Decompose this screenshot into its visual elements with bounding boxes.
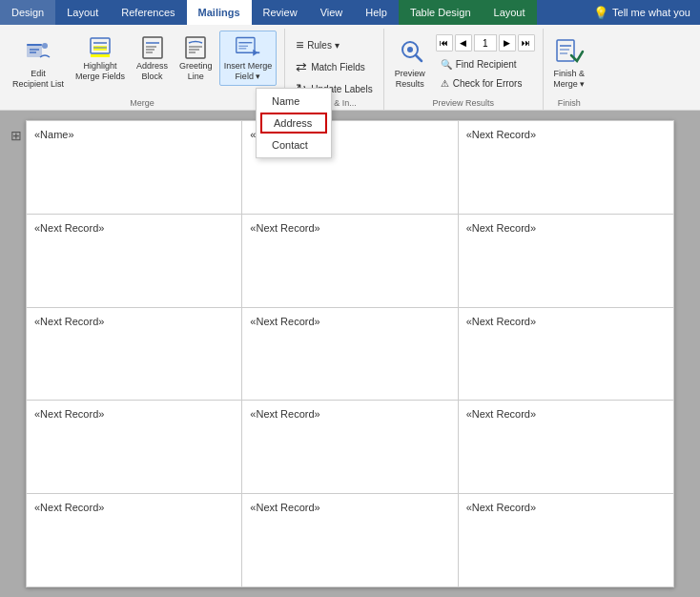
table-cell[interactable]: «Next Record» <box>27 401 242 494</box>
match-fields-label: Match Fields <box>311 62 365 72</box>
insert-merge-icon <box>235 34 261 61</box>
table-cell[interactable]: «Name» <box>27 121 242 215</box>
merge-field: «Next Record» <box>250 408 319 420</box>
table-cell[interactable]: «Next Record» <box>242 307 458 401</box>
document-table: «Name» «Next Record» «Next Record» «Next… <box>26 120 674 587</box>
tab-layout[interactable]: Layout <box>55 0 110 25</box>
dropdown-item-contact[interactable]: Contact <box>257 134 331 155</box>
merge-field: «Name» <box>34 129 74 140</box>
document-page: ⊞ «Name» «Next Record» «Next Record» «Ne… <box>26 120 674 587</box>
merge-field: «Next Record» <box>466 129 536 140</box>
svg-point-26 <box>407 47 413 52</box>
merge-field: «Next Record» <box>250 222 319 234</box>
table-cell[interactable]: «Next Record» <box>242 401 458 494</box>
tab-spacer <box>537 0 585 25</box>
table-row: «Name» «Next Record» «Next Record» <box>27 121 674 215</box>
tab-view[interactable]: View <box>309 0 355 25</box>
edit-recipient-icon <box>21 34 55 69</box>
nav-next-button[interactable]: ▶ <box>499 34 516 51</box>
svg-rect-9 <box>91 54 110 57</box>
dropdown-item-address[interactable]: Address <box>260 113 327 134</box>
merge-field: «Next Record» <box>250 316 319 327</box>
tab-mailings[interactable]: Mailings <box>187 0 252 25</box>
table-cell[interactable]: «Next Record» <box>27 214 242 307</box>
tab-table-design[interactable]: Table Design <box>399 0 483 25</box>
merge-field: «Next Record» <box>34 502 104 513</box>
insert-merge-dropdown: Name Address Contact <box>256 88 332 158</box>
tab-help[interactable]: Help <box>354 0 399 25</box>
highlight-merge-button[interactable]: HighlightMerge Fields <box>71 31 130 86</box>
tab-design[interactable]: Design <box>0 0 55 25</box>
dropdown-item-name[interactable]: Name <box>257 91 331 112</box>
tab-review[interactable]: Review <box>252 0 309 25</box>
document-area: ⊞ «Name» «Next Record» «Next Record» «Ne… <box>0 111 700 597</box>
rules-button[interactable]: ≡ Rules ▾ <box>291 34 378 55</box>
insert-merge-label: Insert MergeField ▾ <box>224 61 273 82</box>
merge-field: «Next Record» <box>466 502 536 513</box>
table-cell[interactable]: «Next Record» <box>458 121 673 215</box>
nav-prev-button[interactable]: ◀ <box>455 34 472 51</box>
check-errors-label: Check for Errors <box>453 78 523 89</box>
finish-merge-label: Finish &Merge ▾ <box>553 69 585 90</box>
preview-results-icon <box>393 34 427 69</box>
merge-field: «Next Record» <box>250 502 319 513</box>
table-cell[interactable]: «Next Record» <box>458 401 673 494</box>
merge-field: «Next Record» <box>34 316 104 327</box>
table-cell[interactable]: «Next Record» <box>458 214 673 307</box>
greeting-line-label: GreetingLine <box>179 61 213 82</box>
table-cell[interactable]: «Next Record» <box>458 494 673 587</box>
merge-field: «Next Record» <box>34 222 104 234</box>
preview-results-label: PreviewResults <box>395 69 425 90</box>
table-cell[interactable]: «Next Record» <box>242 214 458 307</box>
find-recipient-label: Find Recipient <box>456 59 517 70</box>
add-row-icon[interactable]: ⊞ <box>10 128 22 143</box>
svg-rect-0 <box>27 44 42 57</box>
table-row: «Next Record» «Next Record» «Next Record… <box>27 401 674 494</box>
svg-point-4 <box>42 43 48 49</box>
table-cell[interactable]: «Next Record» <box>27 307 242 401</box>
highlight-icon <box>87 34 113 61</box>
ribbon-group-merge: EditRecipient List HighlightMerge Fields <box>0 29 285 110</box>
merge-field: «Next Record» <box>34 408 104 420</box>
preview-results-button[interactable]: PreviewResults <box>388 31 432 93</box>
rules-icon: ≡ <box>296 37 303 52</box>
address-block-button[interactable]: AddressBlock <box>132 31 173 86</box>
table-row: «Next Record» «Next Record» «Next Record… <box>27 494 674 587</box>
finish-merge-icon <box>552 34 587 69</box>
check-errors-button[interactable]: ⚠ Check for Errors <box>436 75 535 92</box>
find-recipient-icon: 🔍 <box>441 59 452 70</box>
address-block-icon <box>139 34 166 61</box>
nav-first-button[interactable]: ⏮ <box>436 34 453 51</box>
tab-tell[interactable]: 💡 Tell me what you <box>584 0 700 25</box>
merge-field: «Next Record» <box>466 316 536 327</box>
ribbon: EditRecipient List HighlightMerge Fields <box>0 25 700 111</box>
finish-merge-button[interactable]: Finish &Merge ▾ <box>547 31 591 93</box>
table-cell[interactable]: «Next Record» <box>458 307 673 401</box>
table-row: «Next Record» «Next Record» «Next Record… <box>27 307 674 401</box>
match-fields-icon: ⇄ <box>296 59 307 74</box>
svg-rect-28 <box>557 40 574 61</box>
merge-group-label: Merge <box>0 98 284 108</box>
find-recipient-button[interactable]: 🔍 Find Recipient <box>436 56 535 72</box>
merge-field: «Next Record» <box>466 222 536 234</box>
svg-rect-10 <box>143 37 162 58</box>
check-errors-icon: ⚠ <box>441 78 449 89</box>
table-cell[interactable]: «Next Record» <box>242 494 458 587</box>
table-cell[interactable]: «Next Record» <box>27 494 242 587</box>
finish-group-label: Finish <box>544 98 595 108</box>
svg-rect-19 <box>237 38 255 53</box>
svg-line-27 <box>416 55 422 61</box>
match-fields-button[interactable]: ⇄ Match Fields <box>291 56 378 77</box>
edit-recipient-label: EditRecipient List <box>12 69 64 90</box>
tab-references[interactable]: References <box>110 0 186 25</box>
tab-table-layout[interactable]: Layout <box>483 0 537 25</box>
nav-page-input[interactable] <box>474 34 497 51</box>
highlight-merge-label: HighlightMerge Fields <box>75 61 125 82</box>
tab-bar: Design Layout References Mailings Review… <box>0 0 700 25</box>
edit-recipient-button[interactable]: EditRecipient List <box>8 31 69 93</box>
insert-merge-field-button[interactable]: Insert MergeField ▾ <box>219 31 278 86</box>
greeting-line-button[interactable]: GreetingLine <box>175 31 217 86</box>
lightbulb-icon: 💡 <box>593 6 608 20</box>
greeting-line-icon <box>182 34 209 61</box>
nav-last-button[interactable]: ⏭ <box>518 34 535 51</box>
